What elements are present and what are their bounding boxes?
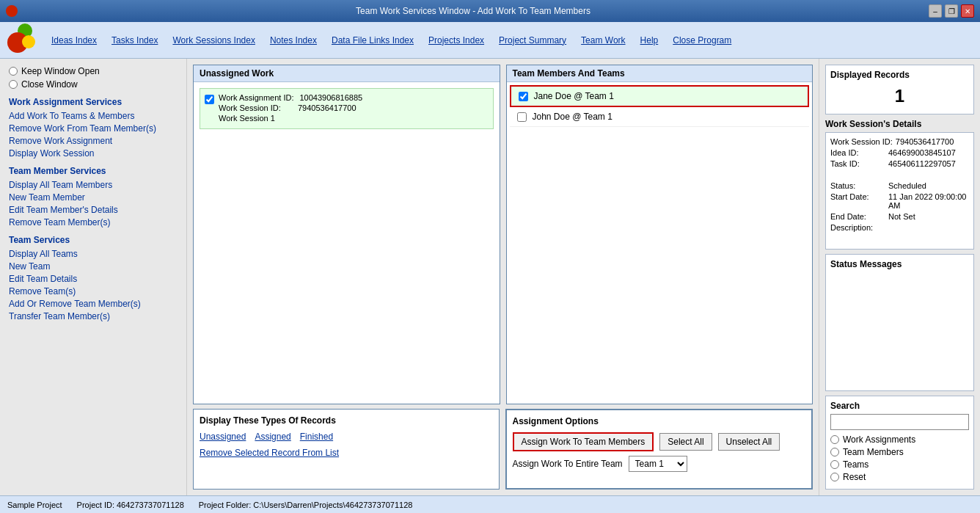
team-member-checkbox-jane[interactable] — [519, 92, 528, 101]
nav-close-program[interactable]: Close Program — [673, 35, 731, 46]
close-button[interactable]: ✕ — [961, 4, 974, 18]
sidebar-add-remove-team-members[interactable]: Add Or Remove Team Member(s) — [9, 299, 178, 309]
search-radio-team-members[interactable]: Team Members — [830, 447, 969, 457]
display-type-assigned[interactable]: Assigned — [255, 432, 290, 442]
detail-end-date: End Date: Not Set — [830, 212, 969, 221]
search-title: Search — [830, 401, 969, 411]
status-project-id: Project ID: 464273737071128 — [77, 501, 184, 509]
detail-idea-id-value: 464699003845107 — [888, 148, 956, 157]
nav-ideas-index[interactable]: Ideas Index — [51, 35, 97, 46]
work-session-id-label: Work Session ID: — [219, 103, 292, 112]
detail-start-date-value: 11 Jan 2022 09:00:00 AM — [888, 192, 969, 210]
team-member-checkbox-john[interactable] — [517, 112, 527, 122]
unselect-all-button[interactable]: Unselect All — [718, 433, 780, 451]
keep-window-open-input[interactable] — [9, 67, 18, 76]
close-window-input[interactable] — [9, 80, 18, 89]
assign-work-to-team-members-button[interactable]: Assign Work To Team Members — [513, 432, 654, 451]
sidebar-add-work-to-teams[interactable]: Add Work To Teams & Members — [9, 111, 178, 121]
sidebar-edit-team-details[interactable]: Edit Team Details — [9, 274, 178, 284]
search-radio-teams-label: Teams — [843, 459, 869, 470]
detail-status-label: Status: — [830, 181, 885, 190]
detail-end-date-label: End Date: — [830, 212, 885, 221]
search-radio-reset-input[interactable] — [830, 473, 839, 481]
assignment-options-panel: Assignment Options Assign Work To Team M… — [505, 409, 813, 490]
sidebar-display-all-team-members[interactable]: Display All Team Members — [9, 180, 178, 190]
assign-team-row: Assign Work To Entire Team Team 1 Team 2 — [513, 456, 806, 472]
display-types-panel: Display These Types Of Records Unassigne… — [193, 409, 500, 490]
sidebar: Keep Window Open Close Window Work Assig… — [0, 59, 187, 495]
work-item-assignment-row: Work Assignment ID: 10043906816885 — [219, 93, 362, 102]
unassigned-work-title: Unassigned Work — [194, 65, 500, 82]
assign-work-row: Assign Work To Team Members Select All U… — [513, 432, 806, 451]
work-item-session-row: Work Session ID: 7940536417700 — [219, 103, 362, 112]
nav-projects-index[interactable]: Projects Index — [428, 35, 484, 46]
search-radio-work-assignments[interactable]: Work Assignments — [830, 434, 969, 445]
right-panel: Displayed Records 1 Work Session's Detai… — [819, 59, 980, 495]
search-radio-team-members-input[interactable] — [830, 448, 839, 456]
status-messages-section: Status Messages — [825, 254, 974, 391]
nav-team-work[interactable]: Team Work — [581, 35, 625, 46]
sidebar-new-team[interactable]: New Team — [9, 261, 178, 272]
nav-tasks-index[interactable]: Tasks Index — [111, 35, 158, 46]
displayed-records-title: Displayed Records — [830, 70, 969, 80]
display-types-title: Display These Types Of Records — [200, 415, 493, 426]
team-member-name-john: John Doe @ Team 1 — [533, 112, 612, 122]
keep-window-open-label: Keep Window Open — [21, 66, 100, 76]
keep-window-open-radio[interactable]: Keep Window Open — [9, 66, 178, 76]
search-radio-reset[interactable]: Reset — [830, 472, 969, 482]
search-input[interactable] — [830, 414, 969, 430]
team-member-item-jane[interactable]: Jane Doe @ Team 1 — [510, 85, 810, 107]
display-type-finished[interactable]: Finished — [300, 432, 333, 442]
select-all-button[interactable]: Select All — [659, 433, 712, 451]
sidebar-edit-team-member-details[interactable]: Edit Team Member's Details — [9, 205, 178, 215]
nav-project-summary[interactable]: Project Summary — [499, 35, 566, 46]
detail-description-label: Description: — [830, 223, 885, 232]
sidebar-remove-teams[interactable]: Remove Team(s) — [9, 286, 178, 296]
close-window-radio[interactable]: Close Window — [9, 79, 178, 90]
restore-button[interactable]: ❐ — [945, 4, 958, 18]
displayed-records-section: Displayed Records 1 — [825, 65, 974, 114]
detail-idea-id: Idea ID: 464699003845107 — [830, 148, 969, 157]
search-radio-teams-input[interactable] — [830, 460, 839, 469]
detail-end-date-value: Not Set — [888, 212, 915, 221]
app-logo — [7, 23, 40, 57]
nav-notes-index[interactable]: Notes Index — [270, 35, 317, 46]
nav-help[interactable]: Help — [640, 35, 659, 46]
team-members-list: Jane Doe @ Team 1 John Doe @ Team 1 — [507, 82, 813, 404]
unassigned-work-content: Work Assignment ID: 10043906816885 Work … — [194, 82, 500, 404]
search-section: Search Work Assignments Team Members Tea… — [825, 396, 974, 490]
sidebar-display-all-teams[interactable]: Display All Teams — [9, 249, 178, 259]
status-project-folder: Project Folder: C:\Users\Darren\Projects… — [199, 501, 413, 509]
team-member-item-john[interactable]: John Doe @ Team 1 — [510, 107, 810, 127]
nav-links: Ideas Index Tasks Index Work Sessions In… — [51, 35, 973, 46]
detail-work-session-id: Work Session ID: 7940536417700 — [830, 137, 969, 146]
sidebar-remove-team-members[interactable]: Remove Team Member(s) — [9, 217, 178, 228]
app-icon — [6, 5, 18, 17]
search-radio-work-assignments-input[interactable] — [830, 435, 839, 444]
team-members-panel: Team Members And Teams Jane Doe @ Team 1… — [506, 65, 813, 404]
work-session-details-section: Work Session's Details Work Session ID: … — [825, 119, 974, 250]
remove-selected-record-link[interactable]: Remove Selected Record From List — [200, 448, 339, 458]
sidebar-display-work-session[interactable]: Display Work Session — [9, 148, 178, 159]
minimize-button[interactable]: – — [929, 4, 942, 18]
detail-work-session-id-label: Work Session ID: — [830, 137, 893, 146]
detail-idea-id-label: Idea ID: — [830, 148, 885, 157]
window-mode-group: Keep Window Open Close Window — [9, 66, 178, 90]
display-type-unassigned[interactable]: Unassigned — [200, 432, 246, 442]
nav-data-file-links-index[interactable]: Data File Links Index — [332, 35, 414, 46]
title-bar: Team Work Services Window - Add Work To … — [0, 0, 980, 22]
assign-work-to-entire-team-label: Assign Work To Entire Team — [513, 459, 623, 469]
search-radio-teams[interactable]: Teams — [830, 459, 969, 470]
sidebar-remove-work-from-team-member[interactable]: Remove Work From Team Member(s) — [9, 123, 178, 134]
team-dropdown[interactable]: Team 1 Team 2 — [629, 456, 687, 472]
sidebar-transfer-team-members[interactable]: Transfer Team Member(s) — [9, 311, 178, 321]
menu-bar: Ideas Index Tasks Index Work Sessions In… — [0, 22, 980, 59]
assignment-options-title: Assignment Options — [513, 416, 806, 426]
work-item-checkbox[interactable] — [205, 95, 214, 104]
sidebar-new-team-member[interactable]: New Team Member — [9, 192, 178, 203]
sidebar-remove-work-assignment[interactable]: Remove Work Assignment — [9, 136, 178, 146]
unassigned-work-panel: Unassigned Work Work Assignment ID: 1004… — [193, 65, 500, 404]
detail-spacer — [830, 170, 969, 179]
nav-work-sessions-index[interactable]: Work Sessions Index — [172, 35, 255, 46]
status-bar: Sample Project Project ID: 4642737370711… — [0, 495, 980, 513]
